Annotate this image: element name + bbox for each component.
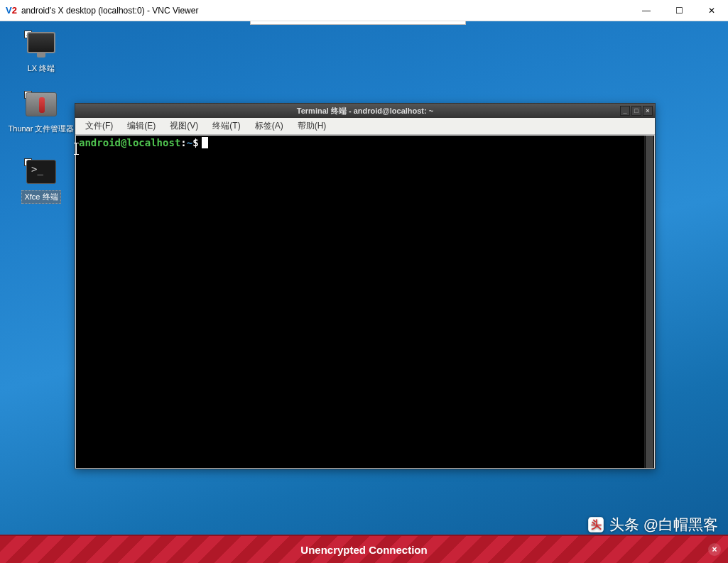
menu-tabs[interactable]: 标签(A) [249,119,289,133]
terminal-window[interactable]: Terminal 终端 - android@localhost: ~ _ □ ×… [75,103,656,469]
svg-text:头: 头 [590,518,601,530]
watermark: 头 头条 @白帽黑客 [587,515,718,535]
banner-text: Unencrypted Connection [300,544,427,556]
desktop-icon-label: Xfce 终端 [21,190,60,204]
maximize-button[interactable]: ☐ [663,0,695,21]
terminal-scrollbar[interactable] [644,136,654,468]
vnc-toolbar-handle[interactable] [250,21,466,25]
toutiao-icon: 头 [587,515,605,534]
prompt-dollar: $ [192,137,198,148]
vnc-logo-icon: V2 [6,5,17,16]
desktop-icon-thunar[interactable]: ↗ Thunar 文件管理器 [10,92,72,135]
menu-edit[interactable]: 编辑(E) [121,119,161,133]
monitor-icon: ↗ [26,32,57,60]
file-manager-icon: ↗ [26,92,57,121]
cursor-block-icon [202,137,208,148]
terminal-minimize-button[interactable]: _ [620,106,630,116]
desktop-icon-xfce-terminal[interactable]: ↗ >_ Xfce 终端 [10,160,72,204]
vnc-window-titlebar: V2 android's X desktop (localhost:0) - V… [0,0,728,21]
terminal-menubar: 文件(F) 编辑(E) 视图(V) 终端(T) 标签(A) 帮助(H) [75,118,655,135]
desktop-icon-lx-terminal[interactable]: ↗ LX 终端 [10,32,72,75]
window-controls: — ☐ ✕ [630,0,728,21]
desktop-icon-label: LX 终端 [26,62,58,75]
watermark-prefix: 头条 [609,515,639,535]
terminal-maximize-button[interactable]: □ [631,106,641,116]
watermark-handle: @白帽黑客 [643,515,718,535]
prompt-path: ~ [187,137,192,148]
scrollbar-thumb[interactable] [646,136,653,468]
terminal-icon: ↗ >_ [26,160,57,188]
window-title: android's X desktop (localhost:0) - VNC … [21,6,630,16]
menu-terminal[interactable]: 终端(T) [207,119,246,133]
terminal-body[interactable]: android@localhost:~$ [76,136,654,468]
vnc-desktop[interactable]: ↗ LX 终端 ↗ Thunar 文件管理器 ↗ >_ Xfce 终端 Term… [0,21,728,563]
banner-close-button[interactable]: × [708,543,721,556]
terminal-close-button[interactable]: × [643,106,653,116]
prompt-colon: : [180,137,186,148]
desktop-icon-label: Thunar 文件管理器 [6,123,77,135]
menu-file[interactable]: 文件(F) [80,119,119,133]
close-button[interactable]: ✕ [695,0,728,21]
minimize-button[interactable]: — [630,0,663,21]
terminal-titlebar[interactable]: Terminal 终端 - android@localhost: ~ _ □ × [75,104,655,118]
connection-banner: Unencrypted Connection × [0,535,728,563]
terminal-title: Terminal 终端 - android@localhost: ~ [297,106,433,116]
prompt-host: localhost [126,137,180,148]
menu-view[interactable]: 视图(V) [164,119,204,133]
prompt-user: android [79,137,121,148]
menu-help[interactable]: 帮助(H) [292,119,332,133]
terminal-window-controls: _ □ × [620,106,653,116]
